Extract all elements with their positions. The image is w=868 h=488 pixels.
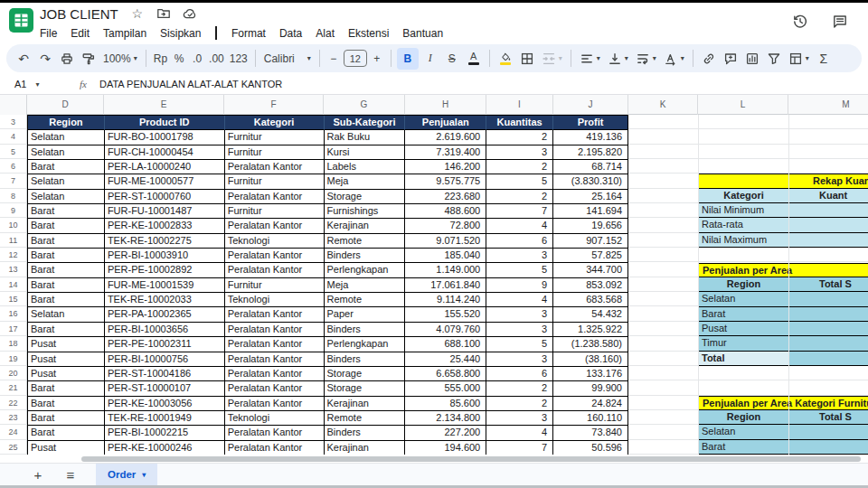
cell[interactable]: Rata-rata [698,218,788,232]
column-title-kategori[interactable]: Kategori [225,116,325,130]
row-header-6[interactable]: 6 [0,159,27,174]
cell[interactable]: 24.824 [553,397,628,411]
cell[interactable]: Binders [325,352,406,367]
cell[interactable]: Peralatan Kantor [225,263,325,277]
cell[interactable]: 907.152 [553,234,628,249]
cell[interactable]: Binders [325,323,406,337]
cell[interactable]: Peralatan Kantor [225,441,325,455]
cell[interactable]: Furnitur [225,278,325,293]
row-header-8[interactable]: 8 [0,189,27,203]
row-header-23[interactable]: 23 [0,410,27,425]
cell[interactable]: 2 [486,190,553,204]
cell[interactable]: Kerajinan [325,441,406,455]
cell[interactable]: Selatan [28,145,105,160]
cell[interactable]: 72.800 [405,219,486,233]
cell[interactable]: Nilai Maximum [698,233,788,248]
fill-color-button[interactable] [495,48,515,70]
cell[interactable]: Peralatan Kantor [225,307,325,322]
document-title[interactable]: JOB CLIENT [40,6,118,22]
cell[interactable]: Teknologi [225,234,325,249]
cell[interactable]: Teknologi [225,411,325,426]
cell[interactable]: 4 [486,293,553,307]
font-size-input[interactable]: 12 [344,50,367,67]
cell[interactable]: 3 [486,145,553,160]
cell[interactable]: 4 [486,219,553,233]
cell[interactable] [788,218,868,232]
cell[interactable]: 1.149.000 [405,263,486,277]
redo-button[interactable]: ↷ [35,48,55,70]
row-header-13[interactable]: 13 [0,262,27,277]
cell[interactable]: Peralatan Kantor [225,219,325,233]
column-title-profit[interactable]: Profit [553,116,628,130]
cell[interactable]: Meja [325,278,406,293]
cell[interactable]: PER-BI-10002215 [105,426,225,440]
side-table-title[interactable]: Penjualan per Area Kategori Furnitur [698,396,868,410]
column-header-k[interactable]: K [628,95,698,115]
cell[interactable] [788,233,868,248]
comments-icon[interactable] [832,14,848,30]
cell[interactable]: Kerajinan [325,397,406,411]
move-folder-icon[interactable] [156,6,171,21]
cell[interactable]: Peralatan Kantor [225,337,325,352]
cell[interactable]: 344.700 [553,263,628,277]
cell[interactable]: 194.600 [405,441,486,455]
cell[interactable]: PER-ST-10004186 [105,367,225,381]
sheets-logo-icon[interactable] [9,8,33,33]
cell[interactable]: Selatan [28,130,105,145]
row-header-7[interactable]: 7 [0,174,27,188]
cell[interactable]: 4.079.760 [405,323,486,337]
cell[interactable]: 5 [486,337,553,352]
cell[interactable]: Selatan [28,307,105,322]
cell[interactable]: 2.134.800 [405,411,486,426]
column-header-f[interactable]: F [224,95,324,115]
cell[interactable]: 6.658.800 [405,367,486,381]
row-header-17[interactable]: 17 [0,322,27,336]
cell[interactable]: PER-BI-10003910 [105,249,225,263]
row-header-15[interactable]: 15 [0,292,27,306]
row-header-22[interactable]: 22 [0,396,27,410]
cell[interactable]: 6 [486,367,553,381]
cell[interactable] [788,203,868,218]
cell[interactable]: Binders [325,426,406,440]
row-header-16[interactable]: 16 [0,306,27,321]
cell[interactable]: Teknologi [225,293,325,307]
cell[interactable]: TEK-RE-10002275 [105,234,225,249]
cell[interactable] [788,292,868,306]
column-title-product-id[interactable]: Product ID [105,116,225,130]
cell[interactable]: Kursi [325,145,406,160]
cell[interactable]: (1.238.580) [553,337,628,352]
cell[interactable]: 5 [486,174,553,189]
cell[interactable]: Barat [28,411,105,426]
cell[interactable]: Peralatan Kantor [225,249,325,263]
cell[interactable]: Barat [28,293,105,307]
cell[interactable]: Storage [325,381,406,396]
cell[interactable]: Binders [325,249,406,263]
text-rotation-button[interactable] [661,48,687,70]
cell[interactable] [788,307,868,322]
cell[interactable]: Pusat [28,441,105,455]
cell[interactable]: 5 [486,263,553,277]
star-icon[interactable]: ☆ [130,6,145,21]
cell[interactable]: Peralatan Kantor [225,367,325,381]
cell[interactable]: 54.432 [553,307,628,322]
row-header-20[interactable]: 20 [0,366,27,380]
menu-format[interactable]: Format [231,27,266,40]
cell[interactable]: FUR-ME-10000577 [105,174,225,189]
undo-button[interactable]: ↶ [14,48,33,70]
menu-file[interactable]: File [40,27,57,40]
filter-button[interactable] [764,48,784,70]
column-title-region[interactable]: Region [698,410,788,425]
cell[interactable]: 9.071.520 [405,234,486,249]
cell[interactable]: Remote [325,411,406,426]
cell[interactable]: Remote [325,234,406,249]
cell[interactable] [788,336,868,351]
column-title-kuant[interactable]: Kuant [788,189,868,203]
column-title-region[interactable]: Region [698,277,788,292]
cell[interactable]: Barat [28,204,105,219]
cell[interactable]: 185.040 [405,249,486,263]
cell[interactable]: Furnitur [225,174,325,189]
column-title-sub-kategori[interactable]: Sub-Kategori [325,116,406,130]
cell[interactable]: 2 [486,397,553,411]
cell[interactable] [788,425,868,439]
cell[interactable]: Furnitur [225,204,325,219]
